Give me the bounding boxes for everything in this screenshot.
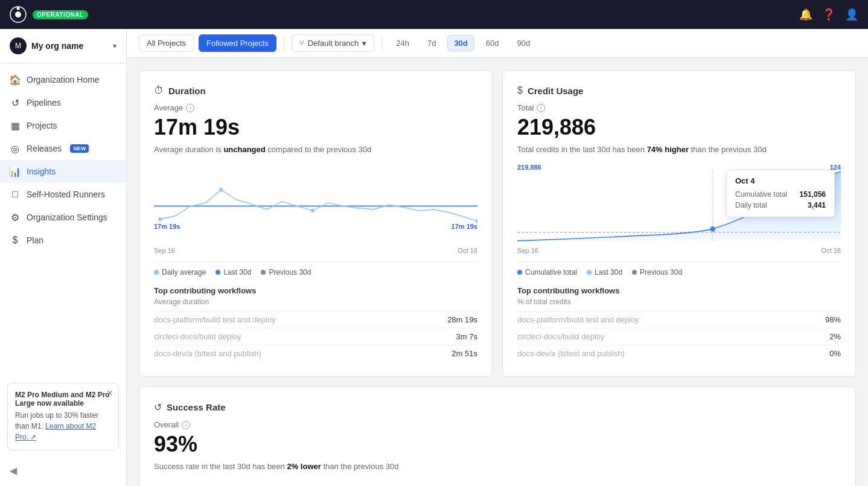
home-icon: 🏠 [10,74,21,85]
credit-workflow-value-3: 0% [829,349,841,358]
sidebar-item-releases[interactable]: ◎ Releases NEW [0,137,126,160]
credit-metric-label: Total i [517,103,841,112]
legend-daily-avg: Daily average [154,268,206,277]
credit-legend-last30: Last 30d [587,268,622,277]
user-avatar-icon[interactable]: 👤 [845,8,858,21]
sidebar-item-self-hosted-runners[interactable]: □ Self-Hosted Runners [0,183,126,206]
sidebar-item-label: Plan [27,235,43,245]
workflow-name-3: docs-dev/a (b/test and publish) [154,349,452,358]
legend-last30: Last 30d [215,268,251,277]
sidebar-item-label: Organization Settings [27,213,107,222]
svg-point-10 [710,226,715,232]
duration-label-right: 17m 19s [452,223,477,230]
duration-label-left: 17m 19s [154,223,180,230]
legend-label-daily: Daily average [162,268,206,277]
tooltip-cumulative-value: 151,056 [800,190,826,199]
svg-point-4 [158,217,162,222]
sidebar-item-label: Self-Hosted Runners [27,190,105,199]
duration-chart-labels: Sep 16 Oct 16 [154,247,477,254]
credit-workflows-sub: % of total credits [517,298,841,306]
avatar: M [10,37,27,54]
legend-dot-prev30 [261,270,266,275]
credit-workflow-name-3: docs-dev/a (b/test and publish) [517,349,829,358]
duration-card-header: ⏱ Duration [154,85,477,96]
credit-info-icon[interactable]: i [537,104,545,112]
success-rate-card: ↺ Success Rate Overall i 93% Success rat… [139,386,856,486]
duration-chart: 17m 19s 17m 19s [154,164,477,242]
new-badge: NEW [70,144,89,153]
promo-close-button[interactable]: ✕ [106,388,113,398]
svg-point-2 [17,7,20,10]
promo-title: M2 Pro Medium and M2 Pro Large now avail… [15,391,111,408]
credit-legend-cumulative: Cumulative total [517,268,577,277]
time-7d-button[interactable]: 7d [421,35,442,51]
sidebar-item-org-settings[interactable]: ⚙ Organization Settings [0,206,126,229]
collapse-sidebar-button[interactable]: ◀ [10,465,17,476]
duration-workflows-sub: Average duration [154,298,477,306]
insights-icon: 📊 [10,166,21,177]
status-badge: OPERATIONAL [33,10,88,19]
bell-icon[interactable]: 🔔 [799,8,812,21]
credit-metric-desc: Total credits in the last 30d has been 7… [517,145,841,154]
toolbar: All Projects Followed Projects ⑂ Default… [127,29,868,58]
credit-card-title: Credit Usage [528,86,584,96]
chevron-down-icon: ▾ [113,42,116,50]
sidebar-item-insights[interactable]: 📊 Insights [0,160,126,183]
sidebar-item-plan[interactable]: $ Plan [0,229,126,252]
duration-workflow-row-2[interactable]: circleci-docs/build deploy 3m 7s [154,328,477,345]
logo[interactable] [10,6,27,23]
credit-card: $ Credit Usage Total i 219,886 Total cre… [502,70,856,377]
legend-prev30: Previous 30d [261,268,311,277]
success-info-icon[interactable]: i [182,421,190,429]
credit-workflow-row-1[interactable]: docs-platform/build test and deploy 98% [517,311,841,328]
tooltip-cumulative-row: Cumulative total 151,056 [735,189,826,200]
credit-label-left: 219,886 [517,164,541,171]
legend-label-last30: Last 30d [223,268,251,277]
workflow-value-3: 2m 51s [452,349,477,358]
credit-start-label: Sep 16 [517,247,538,254]
sidebar-item-pipelines[interactable]: ↺ Pipelines [0,91,126,114]
all-projects-button[interactable]: All Projects [139,34,194,52]
legend-label-prev30: Previous 30d [269,268,311,277]
branch-chevron-icon: ▾ [362,39,366,48]
duration-info-icon[interactable]: i [186,104,194,112]
sidebar: M My org name ▾ 🏠 Organization Home ↺ Pi… [0,29,127,486]
duration-start-label: Sep 16 [154,247,175,254]
success-metric-label: Overall i [154,420,841,429]
credit-end-label: Oct 16 [822,247,841,254]
toolbar-divider-2 [381,36,382,51]
credit-legend-prev30: Previous 30d [632,268,682,277]
time-24h-button[interactable]: 24h [389,35,416,51]
credit-workflow-row-3[interactable]: docs-dev/a (b/test and publish) 0% [517,345,841,362]
credit-workflow-row-2[interactable]: circleci-docs/build deploy 2% [517,328,841,345]
followed-projects-button[interactable]: Followed Projects [199,34,276,52]
time-90d-button[interactable]: 90d [510,35,537,51]
help-icon[interactable]: ❓ [822,8,835,21]
svg-point-5 [219,188,223,192]
duration-workflow-row-3[interactable]: docs-dev/a (b/test and publish) 2m 51s [154,345,477,362]
legend-dot-last30 [215,270,220,275]
duration-workflow-row-1[interactable]: docs-platform/build test and deploy 28m … [154,311,477,328]
sidebar-item-label: Projects [27,121,57,130]
content-area: ⏱ Duration Average i 17m 19s Average dur… [127,58,868,486]
tooltip-cumulative-label: Cumulative total [735,190,787,199]
success-icon: ↺ [154,401,162,413]
cards-row: ⏱ Duration Average i 17m 19s Average dur… [139,70,856,377]
success-metric-desc: Success rate in the last 30d has been 2%… [154,462,841,471]
duration-card-title: Duration [168,86,206,96]
credit-workflows-title: Top contributing workflows [517,286,841,295]
nav-right: 🔔 ❓ 👤 [799,8,858,21]
tooltip-daily-row: Daily total 3,441 [735,200,826,211]
time-60d-button[interactable]: 60d [479,35,506,51]
sidebar-item-projects[interactable]: ▦ Projects [0,114,126,137]
sidebar-item-label: Insights [27,167,56,176]
org-selector[interactable]: M My org name ▾ [0,29,126,63]
credit-metric-value: 219,886 [517,115,841,140]
legend-label-credit-last30: Last 30d [595,268,622,277]
sidebar-item-org-home[interactable]: 🏠 Organization Home [0,68,126,91]
branch-selector[interactable]: ⑂ Default branch ▾ [292,34,375,52]
workflow-name-1: docs-platform/build test and deploy [154,315,447,324]
org-name: My org name [31,41,108,51]
time-30d-button[interactable]: 30d [447,35,474,51]
settings-icon: ⚙ [10,212,21,223]
